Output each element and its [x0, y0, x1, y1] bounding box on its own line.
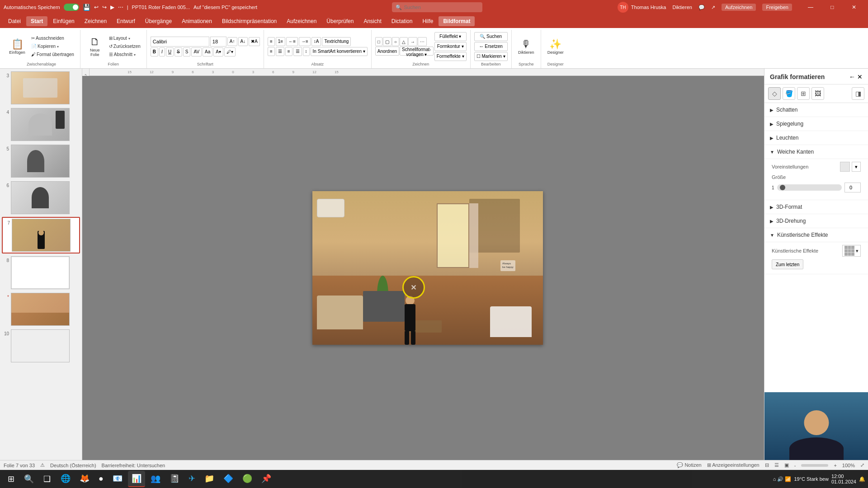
font-increase-button[interactable]: A↑ — [227, 37, 237, 46]
close-button[interactable]: ✕ — [844, 0, 864, 14]
taskbar-telegram[interactable]: ✈ — [185, 471, 199, 487]
anordnen-button[interactable]: Anordnen — [375, 47, 399, 56]
3d-drehung-section[interactable]: ▶ 3D-Drehung — [764, 214, 868, 228]
zoom-slider[interactable] — [801, 464, 828, 467]
taskbar-chrome[interactable]: ● — [95, 471, 107, 487]
numbered-button[interactable]: 1≡ — [276, 37, 285, 46]
zum-letzten-button[interactable]: Zum letzten — [772, 259, 803, 269]
slide-item-5[interactable]: 5 — [2, 144, 80, 178]
align-left-button[interactable]: ≡ — [268, 47, 275, 56]
ausschneiden-button[interactable]: ✂Ausschneiden — [29, 34, 76, 42]
slide-item-7[interactable]: 7 — [2, 217, 80, 253]
shape-arrow[interactable]: → — [408, 37, 417, 46]
notes-button[interactable]: 💬 Notizen — [677, 462, 701, 468]
3d-format-section[interactable]: ▶ 3D-Format — [764, 200, 868, 214]
voreinstellungen-dropdown[interactable]: ▾ — [852, 162, 861, 172]
search-box[interactable]: 🔍 — [392, 2, 482, 12]
shape-circle[interactable]: ○ — [392, 37, 399, 46]
slide-item-3[interactable]: 3 — [2, 70, 80, 105]
taskbar-app1[interactable]: 🔷 — [220, 471, 237, 487]
indent-dec-button[interactable]: ←≡ — [286, 37, 298, 46]
text-direction-button[interactable]: ↕A — [311, 37, 321, 46]
taskbar-teams[interactable]: 👥 — [147, 471, 164, 487]
schatten-section[interactable]: ▶ Schatten — [764, 103, 868, 117]
taskbar-edge[interactable]: 🌐 — [57, 471, 74, 487]
system-icons[interactable]: ⌂ 🔊 📶 — [773, 476, 792, 482]
neue-folie-button[interactable]: 🗋 NeueFolie — [84, 32, 106, 61]
toolbar-save-icon[interactable]: 💾 — [83, 4, 90, 11]
search-input[interactable] — [404, 5, 479, 10]
menu-animationen[interactable]: Animationen — [177, 16, 217, 26]
menu-zeichnen[interactable]: Zeichnen — [80, 16, 111, 26]
font-size-input[interactable] — [210, 37, 226, 47]
charspace-button[interactable]: AV — [191, 47, 202, 56]
kunst-dropdown[interactable]: ▾ — [842, 245, 861, 257]
taskbar-app3[interactable]: 📌 — [258, 471, 275, 487]
line-spacing-button[interactable]: ↕ — [303, 47, 310, 56]
underline-button[interactable]: U — [166, 47, 174, 56]
taskbar-onenote[interactable]: 📓 — [166, 471, 183, 487]
taskbar-outlook[interactable]: 📧 — [109, 471, 126, 487]
highlight-button[interactable]: 🖊▾ — [224, 47, 236, 56]
align-center-button[interactable]: ☰ — [276, 47, 284, 56]
share-icon[interactable]: ↗ — [711, 5, 715, 10]
taskbar-search[interactable]: 🔍 — [21, 471, 37, 487]
markieren-button[interactable]: ☐ Markieren ▾ — [474, 52, 508, 61]
zoom-out-button[interactable]: - — [794, 463, 796, 468]
format-tab-image[interactable]: 🖼 — [811, 87, 824, 100]
record-btn[interactable]: Aufzeichnen — [722, 4, 756, 11]
weiche-kanten-section[interactable]: ▼ Weiche Kanten — [764, 145, 868, 159]
slide-item-10[interactable]: 10 — [2, 328, 80, 363]
kopieren-button[interactable]: 📄Kopieren ▾ — [29, 42, 76, 50]
formkontur-button[interactable]: Formkontur ▾ — [434, 42, 467, 51]
start-button[interactable]: ⊞ — [3, 471, 19, 487]
format-panel-close-button[interactable]: ✕ — [857, 73, 863, 80]
columns-button[interactable]: Textrichtung — [322, 37, 351, 46]
notification-bell[interactable]: 🔔 — [859, 476, 865, 482]
menu-hilfe[interactable]: Hilfe — [418, 16, 438, 26]
menu-ansicht[interactable]: Ansicht — [359, 16, 386, 26]
zoom-in-button[interactable]: + — [834, 463, 836, 468]
menu-dictation[interactable]: Dictation — [387, 16, 417, 26]
slide-item-6[interactable]: 6 — [2, 180, 80, 215]
minimize-button[interactable]: — — [800, 0, 821, 14]
menu-start[interactable]: Start — [26, 16, 47, 26]
groesse-input[interactable] — [844, 183, 861, 192]
taskbar-firefox[interactable]: 🦊 — [76, 471, 93, 487]
einfuegen-button[interactable]: 📋 Einfügen — [6, 32, 28, 61]
format-tab-fill[interactable]: 🪣 — [783, 87, 795, 100]
shape-more[interactable]: ⋯ — [418, 37, 427, 46]
groesse-slider[interactable] — [777, 184, 842, 191]
spiegelung-section[interactable]: ▶ Spiegelung — [764, 117, 868, 131]
menu-aufzeichnen[interactable]: Aufzeichnen — [282, 16, 321, 26]
more-icon[interactable]: ⋯ — [118, 4, 123, 10]
font-decrease-button[interactable]: A↓ — [238, 37, 248, 46]
user-avatar[interactable]: TH — [618, 2, 628, 13]
formeffekte-button[interactable]: Formeffekte ▾ — [434, 52, 467, 61]
clear-format-button[interactable]: ✖A — [249, 37, 260, 46]
slide-item-4[interactable]: 4 — [2, 107, 80, 142]
menu-bildformat[interactable]: Bildformat — [439, 16, 475, 26]
taskbar-files[interactable]: 📁 — [201, 471, 218, 487]
view-normal-icon[interactable]: ⊟ — [765, 462, 769, 468]
smartart-button[interactable]: In SmartArt konvertieren ▾ — [311, 47, 368, 56]
view-slide-icon[interactable]: ▣ — [784, 462, 789, 468]
shadow-button[interactable]: S — [183, 47, 191, 56]
format-tab-right[interactable]: ◨ — [852, 87, 864, 100]
layout-button[interactable]: ⊞Layout ▾ — [107, 34, 143, 42]
taskbar-taskview[interactable]: ❑ — [39, 471, 55, 487]
font-color-button[interactable]: A▾ — [213, 47, 223, 56]
menu-uebergaenge[interactable]: Übergänge — [141, 16, 176, 26]
present-icon[interactable]: ▶ — [110, 4, 114, 10]
suchen-button[interactable]: 🔍 Suchen — [474, 32, 508, 41]
taskbar-powerpoint[interactable]: 📊 — [128, 471, 145, 487]
fit-button[interactable]: ⤢ — [860, 462, 864, 468]
language-label[interactable]: Deutsch (Österreich) — [50, 463, 96, 468]
freigeben-btn[interactable]: Freigeben — [762, 4, 792, 11]
shape-rect[interactable]: □ — [375, 37, 382, 46]
taskbar-app2[interactable]: 🟢 — [239, 471, 256, 487]
format-tab-shape[interactable]: ◇ — [768, 87, 781, 100]
shape-triangle[interactable]: △ — [400, 37, 408, 46]
zuruecksetzen-button[interactable]: ↺Zurücksetzen — [107, 42, 143, 50]
menu-entwurf[interactable]: Entwurf — [112, 16, 140, 26]
